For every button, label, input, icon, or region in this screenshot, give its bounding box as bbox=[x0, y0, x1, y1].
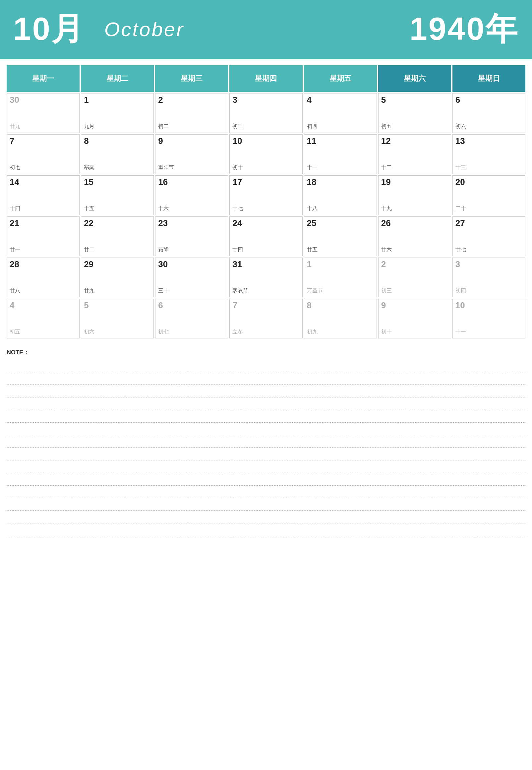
note-line-12 bbox=[7, 511, 525, 523]
cell-lunar: 初五 bbox=[381, 123, 392, 131]
cell-day-num: 5 bbox=[84, 301, 151, 310]
note-line-8 bbox=[7, 460, 525, 473]
cell-lunar: 廿九 bbox=[84, 287, 94, 295]
cell-day-num: 28 bbox=[10, 260, 77, 268]
cell-day-num: 23 bbox=[158, 219, 225, 227]
cell-day-num: 30 bbox=[10, 95, 77, 104]
cell-lunar: 寒露 bbox=[84, 164, 94, 172]
cell-lunar: 十一 bbox=[307, 164, 318, 172]
cell-day-num: 7 bbox=[10, 137, 77, 145]
cell-lunar: 重阳节 bbox=[158, 164, 174, 172]
note-line-1 bbox=[7, 372, 525, 385]
cal-cell-25: 25廿五 bbox=[304, 216, 377, 256]
cell-lunar: 九月 bbox=[84, 123, 94, 131]
cal-cell-5: 5初五 bbox=[378, 93, 451, 133]
cal-cell-30: 30三十 bbox=[155, 258, 228, 297]
cell-day-num: 8 bbox=[307, 301, 374, 310]
cell-day-num: 14 bbox=[10, 178, 77, 186]
cell-day-num: 27 bbox=[455, 219, 522, 227]
cell-day-num: 1 bbox=[84, 95, 151, 104]
cell-day-num: 7 bbox=[232, 301, 299, 310]
note-line-4 bbox=[7, 410, 525, 423]
cal-cell-23: 23霜降 bbox=[155, 216, 228, 256]
cal-cell-33: 2初三 bbox=[378, 258, 451, 297]
cell-day-num: 24 bbox=[232, 219, 299, 227]
cell-lunar: 廿七 bbox=[455, 246, 466, 254]
cell-lunar: 十六 bbox=[158, 205, 169, 213]
cell-lunar: 初三 bbox=[232, 123, 243, 131]
cell-lunar: 廿八 bbox=[10, 287, 20, 295]
cal-cell-8: 8寒露 bbox=[81, 134, 154, 174]
cell-day-num: 8 bbox=[84, 137, 151, 145]
cal-cell-9: 9重阳节 bbox=[155, 134, 228, 174]
cal-cell-15: 15十五 bbox=[81, 175, 154, 215]
cell-day-num: 1 bbox=[307, 260, 374, 268]
cell-lunar: 廿一 bbox=[10, 246, 20, 254]
cal-cell-29: 29廿九 bbox=[81, 258, 154, 297]
cell-day-num: 6 bbox=[158, 301, 225, 310]
note-line-6 bbox=[7, 435, 525, 448]
cal-cell-38: 7立冬 bbox=[229, 299, 302, 338]
year: 1940年 bbox=[409, 8, 519, 51]
cal-cell-2: 2初二 bbox=[155, 93, 228, 133]
cell-lunar: 初七 bbox=[10, 164, 20, 172]
cell-lunar: 立冬 bbox=[232, 328, 243, 336]
cell-day-num: 30 bbox=[158, 260, 225, 268]
note-label: NOTE： bbox=[7, 348, 525, 356]
day-header-星期二: 星期二 bbox=[81, 65, 154, 92]
cell-day-num: 17 bbox=[232, 178, 299, 186]
cell-day-num: 21 bbox=[10, 219, 77, 227]
cell-day-num: 26 bbox=[381, 219, 448, 227]
cal-cell-17: 17十七 bbox=[229, 175, 302, 215]
cell-day-num: 18 bbox=[307, 178, 374, 186]
cell-lunar: 二十 bbox=[455, 205, 466, 213]
cal-cell-13: 13十三 bbox=[452, 134, 525, 174]
note-line-11 bbox=[7, 498, 525, 511]
cell-lunar: 十七 bbox=[232, 205, 243, 213]
cal-cell-3: 3初三 bbox=[229, 93, 302, 133]
cal-cell-31: 31寒衣节 bbox=[229, 258, 302, 297]
cell-lunar: 廿四 bbox=[232, 246, 243, 254]
note-line-13 bbox=[7, 523, 525, 536]
cell-day-num: 2 bbox=[158, 95, 225, 104]
note-section: NOTE： bbox=[0, 338, 532, 536]
note-line-3 bbox=[7, 397, 525, 410]
cal-cell-22: 22廿二 bbox=[81, 216, 154, 256]
cal-cell-6: 6初六 bbox=[452, 93, 525, 133]
note-lines bbox=[7, 360, 525, 536]
cell-day-num: 25 bbox=[307, 219, 374, 227]
cell-day-num: 12 bbox=[381, 137, 448, 145]
day-header-星期四: 星期四 bbox=[229, 65, 302, 92]
cal-cell-11: 11十一 bbox=[304, 134, 377, 174]
note-line-2 bbox=[7, 385, 525, 397]
cal-cell-19: 19十九 bbox=[378, 175, 451, 215]
cell-lunar: 初五 bbox=[10, 328, 20, 336]
cell-day-num: 31 bbox=[232, 260, 299, 268]
cell-day-num: 9 bbox=[381, 301, 448, 310]
cal-cell-18: 18十八 bbox=[304, 175, 377, 215]
cell-day-num: 5 bbox=[381, 95, 448, 104]
cell-day-num: 6 bbox=[455, 95, 522, 104]
cal-cell-27: 27廿七 bbox=[452, 216, 525, 256]
cell-lunar: 十八 bbox=[307, 205, 318, 213]
cell-day-num: 20 bbox=[455, 178, 522, 186]
cell-lunar: 初十 bbox=[232, 164, 243, 172]
cell-lunar: 万圣节 bbox=[307, 287, 323, 295]
cell-lunar: 廿九 bbox=[10, 123, 20, 131]
calendar-header: 10月 October 1940年 bbox=[0, 0, 532, 59]
cell-day-num: 9 bbox=[158, 137, 225, 145]
cell-lunar: 初三 bbox=[381, 287, 392, 295]
cal-cell-12: 12十二 bbox=[378, 134, 451, 174]
cell-day-num: 19 bbox=[381, 178, 448, 186]
cell-lunar: 廿六 bbox=[381, 246, 392, 254]
cell-lunar: 初四 bbox=[307, 123, 318, 131]
cell-lunar: 初七 bbox=[158, 328, 169, 336]
cell-day-num: 2 bbox=[381, 260, 448, 268]
cal-cell-10: 10初十 bbox=[229, 134, 302, 174]
month-en: October bbox=[104, 18, 184, 41]
cal-cell-36: 5初六 bbox=[81, 299, 154, 338]
day-header-星期五: 星期五 bbox=[304, 65, 377, 92]
cell-day-num: 10 bbox=[232, 137, 299, 145]
day-header-星期三: 星期三 bbox=[155, 65, 228, 92]
cal-cell-34: 3初四 bbox=[452, 258, 525, 297]
